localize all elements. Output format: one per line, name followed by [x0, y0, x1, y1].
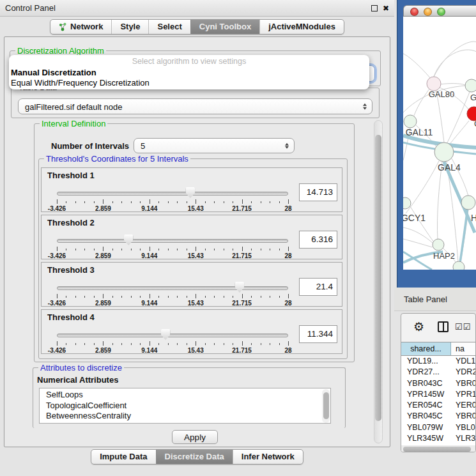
- network-node[interactable]: [404, 115, 417, 128]
- threshold-box: Threshold 3-3.4262.8599.14415.4321.71528…: [41, 262, 342, 307]
- table-row[interactable]: YDR27...YDR2: [401, 367, 475, 378]
- table-data-select[interactable]: galFiltered.sif default node: [18, 98, 372, 114]
- tick-mark: [75, 343, 76, 345]
- tick-mark: [121, 249, 122, 250]
- horizontal-scrollbar[interactable]: [401, 445, 475, 452]
- close-window-button[interactable]: [410, 8, 418, 16]
- slider-thumb[interactable]: [161, 329, 171, 340]
- tab-discretize-data[interactable]: Discretize Data: [156, 450, 233, 464]
- threshold-value-field[interactable]: 14.713: [299, 183, 337, 201]
- network-node[interactable]: [461, 196, 475, 210]
- threshold-slider[interactable]: -3.4262.8599.14415.4321.71528: [57, 186, 288, 211]
- table-row[interactable]: YPR145WYPR1: [401, 389, 475, 400]
- tick-mark: [251, 343, 252, 345]
- tick-mark: [168, 249, 169, 250]
- list-item[interactable]: SelfLoops: [40, 390, 330, 401]
- zoom-window-button[interactable]: [437, 8, 445, 16]
- threshold-value-field[interactable]: 11.344: [299, 325, 337, 343]
- tick-mark: [196, 341, 196, 346]
- list-item[interactable]: TopologicalCoefficient: [40, 401, 330, 411]
- scale-label: 28: [284, 205, 291, 212]
- threshold-slider[interactable]: -3.4262.8599.14415.4321.71528: [57, 233, 288, 259]
- table-row[interactable]: YDL19...YDL1: [401, 356, 475, 367]
- tab-cyni-toolbox[interactable]: Cyni Toolbox: [190, 20, 259, 34]
- slider-track[interactable]: [57, 334, 288, 337]
- list-scrollbar[interactable]: [322, 389, 330, 423]
- tick-mark: [158, 343, 159, 345]
- tick-mark: [84, 249, 85, 250]
- list-scrollbar-thumb[interactable]: [323, 392, 329, 419]
- tick-mark: [168, 201, 169, 203]
- tab-infer-network[interactable]: Infer Network: [233, 450, 303, 464]
- network-canvas[interactable]: GAL80 GA C GAL11 GAL4 GCY1 H HAP2: [403, 17, 476, 270]
- numerical-attributes-list[interactable]: SelfLoopsTopologicalCoefficientBetweenne…: [39, 388, 331, 424]
- scale-label: 21.715: [232, 347, 252, 354]
- tick-mark: [205, 249, 206, 250]
- close-icon[interactable]: ✖: [383, 5, 389, 12]
- column-header-shared-name[interactable]: shared...: [401, 342, 451, 355]
- tick-mark: [94, 296, 95, 298]
- network-node[interactable]: [433, 239, 444, 250]
- table-data-selected-value: galFiltered.sif default node: [25, 102, 122, 111]
- slider-track[interactable]: [57, 286, 288, 290]
- network-node[interactable]: [465, 79, 476, 92]
- tab-impute-data[interactable]: Impute Data: [91, 450, 155, 464]
- attributes-group: Attributes to discretize Numerical Attri…: [33, 367, 346, 428]
- tab-label: Infer Network: [242, 452, 295, 461]
- tick-mark: [57, 199, 58, 204]
- gear-icon[interactable]: ⚙: [413, 319, 424, 334]
- tick-mark: [279, 201, 280, 203]
- network-node[interactable]: [434, 142, 454, 162]
- apply-button[interactable]: Apply: [172, 430, 218, 444]
- horizontal-scrollbar-thumb[interactable]: [403, 447, 471, 452]
- checkbox-icons[interactable]: ☑☑: [455, 322, 471, 332]
- tick-mark: [66, 343, 66, 345]
- float-window-icon[interactable]: [371, 5, 378, 12]
- slider-track[interactable]: [57, 239, 288, 243]
- table-row[interactable]: YBR043CYBR0: [401, 378, 475, 389]
- dropdown-option-manual[interactable]: Manual Discretization: [11, 68, 96, 77]
- node-label: GAL80: [429, 89, 454, 99]
- slider-track[interactable]: [57, 192, 288, 196]
- slider-thumb[interactable]: [234, 282, 244, 293]
- panel-scrollbar-thumb[interactable]: [375, 135, 381, 421]
- slider-thumb[interactable]: [185, 187, 195, 198]
- tick-mark: [140, 249, 141, 250]
- panel-scrollbar[interactable]: [374, 120, 383, 443]
- network-node[interactable]: [427, 77, 441, 91]
- columns-icon[interactable]: [438, 321, 449, 332]
- tab-jactivemnodules[interactable]: jActiveMNodules: [259, 20, 344, 34]
- table-row[interactable]: YLR345WYLR3: [401, 433, 475, 444]
- network-node[interactable]: [453, 261, 464, 270]
- table-row[interactable]: YBL079WYBL0: [401, 422, 475, 433]
- list-item[interactable]: BetweennessCentrality: [40, 411, 330, 422]
- network-node[interactable]: [403, 197, 411, 209]
- threshold-slider[interactable]: -3.4262.8599.14415.4321.71528: [57, 280, 288, 306]
- tick-mark: [242, 247, 243, 251]
- threshold-slider[interactable]: -3.4262.8599.14415.4321.71528: [57, 328, 288, 353]
- threshold-value-field[interactable]: 6.316: [299, 231, 337, 249]
- tick-mark: [66, 296, 66, 298]
- tick-mark: [177, 343, 178, 345]
- table-panel: ⚙ ☑☑ shared... na YDL19...YDL1YDR27...YD…: [401, 313, 476, 452]
- table-row[interactable]: YER054CYER0: [401, 400, 475, 411]
- threshold-value-field[interactable]: 21.4: [299, 278, 337, 296]
- control-panel-window: Control Panel ✖ Network Style Select Cyn…: [0, 0, 394, 476]
- tick-mark: [112, 249, 113, 250]
- algorithm-group-title: Discretization Algorithm: [15, 46, 106, 56]
- top-tab-bar: Network Style Select Cyni Toolbox jActiv…: [0, 19, 394, 35]
- num-intervals-select[interactable]: 5: [134, 138, 295, 153]
- threshold-label: Threshold 3: [47, 265, 95, 275]
- tab-select[interactable]: Select: [148, 20, 190, 34]
- scale-label: 9.144: [141, 252, 157, 259]
- dropdown-option-equal-width[interactable]: Equal Width/Frequency Discretization: [11, 78, 150, 88]
- tab-style[interactable]: Style: [111, 20, 148, 34]
- scale-label: 2.859: [95, 205, 111, 212]
- table-row[interactable]: YBR045CYBR0: [401, 411, 475, 422]
- minimize-window-button[interactable]: [424, 8, 432, 16]
- tab-network[interactable]: Network: [50, 20, 111, 34]
- table-rows: YDL19...YDL1YDR27...YDR2YBR043CYBR0YPR14…: [401, 356, 475, 445]
- scale-label: 21.715: [232, 205, 252, 212]
- slider-thumb[interactable]: [124, 234, 134, 245]
- column-header-name[interactable]: na: [451, 342, 475, 355]
